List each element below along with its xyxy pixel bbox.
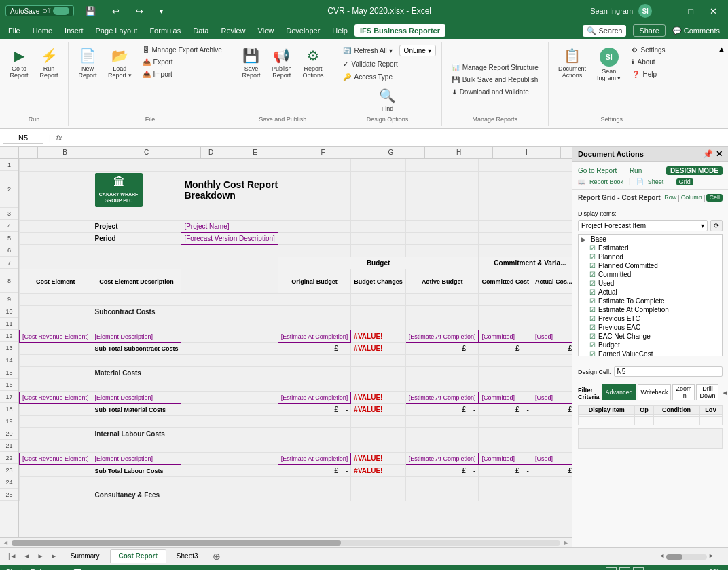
run-report-button[interactable]: ⚡ RunReport [35, 45, 62, 81]
material-element-desc[interactable]: [Element Description] [92, 392, 181, 404]
material-total-committed[interactable]: £ - [479, 404, 532, 416]
autosave-toggle[interactable] [53, 7, 69, 15]
tree-eac-change[interactable]: ☑ EAC Net Change [579, 332, 722, 341]
material-used[interactable]: [Used] [532, 392, 572, 404]
labour-total-actual[interactable]: £ [532, 465, 572, 477]
download-validate-button[interactable]: ⬇Download and Validate [448, 87, 533, 97]
autosave-badge[interactable]: AutoSave Off [5, 5, 74, 16]
bulk-save-button[interactable]: 💾Bulk Save and Republish [448, 75, 543, 85]
grid-toggle[interactable]: Grid [676, 178, 693, 185]
tree-budget[interactable]: ☑ Budget [579, 341, 722, 349]
material-committed[interactable]: [Committed] [479, 392, 532, 404]
panel-pin-icon[interactable]: 📌 [703, 149, 713, 159]
help-button[interactable]: ❓Help [627, 69, 669, 79]
grid[interactable]: 🏛 CANARY WHARF GROUP PLC Monthly Cost Re… [19, 159, 572, 537]
menu-home[interactable]: Home [27, 24, 58, 37]
subcontract-total-active[interactable]: £ - [405, 343, 479, 355]
save-button[interactable]: 💾 [79, 3, 101, 19]
column-toggle[interactable]: Column [681, 194, 702, 202]
sheet-tab-sheet3[interactable]: Sheet3 [168, 549, 207, 563]
online-dropdown[interactable]: OnLine ▾ [399, 45, 436, 56]
labour-cost-element[interactable]: [Cost Revenue Element] [20, 453, 92, 465]
col-header-h[interactable]: H [425, 147, 493, 158]
material-cost-element[interactable]: [Cost Revenue Element] [20, 392, 92, 404]
minimize-button[interactable]: — [657, 3, 677, 19]
cell-reference-box[interactable]: N5 [3, 132, 43, 144]
tree-estimate-complete[interactable]: ☑ Estimate To Complete [579, 297, 722, 305]
report-title-cell[interactable]: Monthly Cost ReportBreakdown [181, 172, 351, 208]
subcontract-committed[interactable]: [Committed] [479, 330, 532, 343]
material-total-active[interactable]: £ - [405, 404, 479, 416]
material-total-orig[interactable]: £ - [278, 404, 351, 416]
labour-estimate[interactable]: [Estimate At Completion] [278, 453, 351, 465]
table-row[interactable]: [Cost Revenue Element] [Element Descript… [20, 330, 572, 343]
subcontract-total-committed[interactable]: £ - [479, 343, 532, 355]
labour-element-desc[interactable]: [Element Description] [92, 453, 181, 465]
menu-help[interactable]: Help [327, 24, 353, 37]
tree-committed[interactable]: ☑ Committed [579, 270, 722, 279]
tree-used[interactable]: ☑ Used [579, 279, 722, 288]
close-button[interactable]: ✕ [704, 3, 723, 19]
subcontract-total-error[interactable]: #VALUE! [351, 343, 406, 355]
row-toggle[interactable]: Row [664, 194, 676, 202]
material-total-actual[interactable]: £ [532, 404, 572, 416]
subcontract-total-actual[interactable]: £ [532, 343, 572, 355]
menu-formulas[interactable]: Formulas [144, 24, 186, 37]
hscroll-left[interactable]: ◄ [659, 552, 665, 560]
menu-file[interactable]: File [3, 24, 26, 37]
subcontract-cost-element[interactable]: [Cost Revenue Element] [20, 330, 92, 343]
export-button[interactable]: 📤Export [139, 57, 226, 67]
labour-total-committed[interactable]: £ - [479, 465, 532, 477]
display-items-dropdown[interactable]: Project Forecast Item ▾ [578, 220, 708, 231]
sheet-link[interactable]: Sheet [648, 178, 664, 185]
formula-input[interactable] [65, 134, 725, 142]
report-book-link[interactable]: Report Book [589, 178, 623, 185]
refresh-all-button[interactable]: 🔄Refresh All ▾ [339, 45, 396, 56]
display-items-refresh-button[interactable]: ⟳ [710, 220, 723, 231]
cell-toggle[interactable]: Cell [706, 194, 723, 202]
subcontract-element-desc[interactable]: [Element Description] [92, 330, 181, 343]
search-box[interactable]: 🔍 Search [583, 25, 627, 37]
redo-button[interactable]: ↪ [130, 3, 149, 19]
save-report-button[interactable]: 💾 SaveReport [238, 45, 265, 81]
tree-planned-committed[interactable]: ☑ Planned Committed [579, 261, 722, 270]
material-estimate[interactable]: [Estimate At Completion] [278, 392, 351, 404]
find-button[interactable]: 🔍 Find [374, 82, 401, 115]
customize-button[interactable]: ▾ [154, 5, 168, 18]
material-error1[interactable]: #VALUE! [351, 392, 406, 404]
user-button[interactable]: SI SeanIngram ▾ [593, 45, 625, 84]
publish-report-button[interactable]: 📢 PublishReport [268, 45, 296, 81]
document-actions-button[interactable]: 📋 DocumentActions [554, 45, 590, 81]
menu-view[interactable]: View [253, 24, 280, 37]
col-header-d[interactable]: D [201, 147, 221, 158]
col-header-b[interactable]: B [38, 147, 92, 158]
subcontract-total-orig[interactable]: £ - [278, 343, 351, 355]
col-header-c[interactable]: C [92, 147, 201, 158]
page-break-icon[interactable]: ⊞ [633, 567, 644, 570]
filter-tab-zoomin[interactable]: Zoom In [672, 384, 695, 400]
tree-view[interactable]: ▶ Base ☑ Estimated ☑ Planned ☑ Planned C… [578, 234, 723, 356]
undo-button[interactable]: ↩ [107, 3, 125, 19]
scroll-right-icon[interactable]: ►| [48, 551, 62, 561]
comments-button[interactable]: 💬 Comments [667, 25, 725, 37]
load-report-button[interactable]: 📂 LoadReport ▾ [104, 45, 136, 81]
validate-report-button[interactable]: ✓Validate Report [339, 59, 401, 69]
col-header-i[interactable]: I [493, 147, 561, 158]
sheet-tab-summary[interactable]: Summary [62, 549, 109, 563]
scroll-prev-icon[interactable]: ◄ [21, 551, 33, 561]
tree-actual[interactable]: ☑ Actual [579, 288, 722, 297]
menu-review[interactable]: Review [215, 24, 251, 37]
labour-total-active[interactable]: £ - [405, 465, 479, 477]
menu-insert[interactable]: Insert [59, 24, 89, 37]
ribbon-collapse[interactable]: ▲ [715, 42, 728, 56]
about-button[interactable]: ℹAbout [627, 57, 669, 67]
labour-estimate2[interactable]: [Estimate At Completion] [405, 453, 479, 465]
filter-nav-left[interactable]: ◄ [720, 389, 728, 396]
labour-total-orig[interactable]: £ - [278, 465, 351, 477]
tree-planned[interactable]: ☑ Planned [579, 252, 722, 261]
table-row[interactable]: [Cost Revenue Element] [Element Descript… [20, 453, 572, 465]
tree-earned-value[interactable]: ☑ Earned ValueCost [579, 349, 722, 356]
tree-prev-eac[interactable]: ☑ Previous EAC [579, 323, 722, 332]
menu-page-layout[interactable]: Page Layout [90, 24, 143, 37]
report-options-button[interactable]: ⚙ ReportOptions [298, 45, 327, 81]
